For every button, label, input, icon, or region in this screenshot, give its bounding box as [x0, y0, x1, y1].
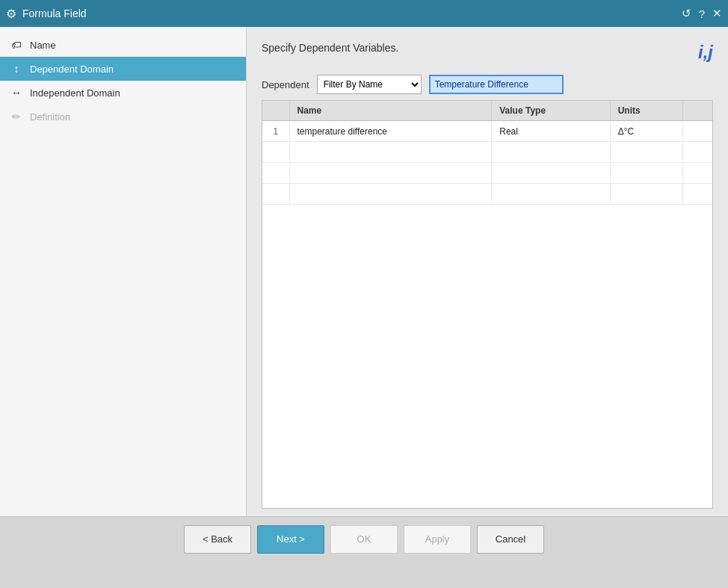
filter-row: Dependent Filter By Name Filter By Value…	[262, 75, 713, 94]
row-num-1: 1	[262, 121, 289, 142]
ok-button[interactable]: OK	[330, 525, 398, 554]
dependent-table-container: Name Value Type Units 1 temperature diff…	[262, 100, 713, 509]
content-area: 🏷 Name ↕ Dependent Domain ↔ Independent …	[0, 27, 728, 516]
apply-button[interactable]: Apply	[404, 525, 471, 554]
row-num-2	[262, 142, 289, 163]
row-units-3	[610, 163, 683, 184]
refresh-icon[interactable]: ↺	[682, 7, 691, 20]
panel-header: Specify Dependent Variables. i,j	[262, 42, 713, 63]
table-header-row: Name Value Type Units	[262, 101, 712, 121]
definition-icon: ✏	[9, 111, 24, 123]
row-extra-4	[683, 184, 712, 205]
col-name: Name	[289, 101, 492, 121]
right-panel: Specify Dependent Variables. i,j Depende…	[247, 27, 728, 516]
row-value-type-1: Real	[492, 121, 610, 142]
cancel-button[interactable]: Cancel	[477, 525, 544, 554]
row-units-2	[610, 142, 683, 163]
sidebar-item-definition-label: Definition	[30, 111, 70, 123]
row-extra-3	[683, 163, 712, 184]
col-extra	[683, 101, 712, 121]
row-value-type-4	[492, 184, 610, 205]
col-num	[262, 101, 289, 121]
app-icon: ⚙	[6, 7, 16, 21]
table-row	[262, 163, 712, 184]
col-value-type: Value Type	[492, 101, 610, 121]
title-bar-title: Formula Field	[22, 7, 676, 19]
sidebar: 🏷 Name ↕ Dependent Domain ↔ Independent …	[0, 27, 247, 516]
close-icon[interactable]: ✕	[712, 7, 722, 20]
sidebar-item-definition: ✏ Definition	[0, 105, 246, 129]
sidebar-item-name[interactable]: 🏷 Name	[0, 33, 246, 57]
dependent-domain-icon: ↕	[9, 63, 24, 75]
panel-title: Specify Dependent Variables.	[262, 42, 398, 54]
ij-icon: i,j	[698, 42, 713, 63]
row-extra-2	[683, 142, 712, 163]
table-row	[262, 184, 712, 205]
row-name-4	[289, 184, 492, 205]
back-button[interactable]: < Back	[184, 525, 251, 554]
name-icon: 🏷	[9, 39, 24, 51]
row-num-4	[262, 184, 289, 205]
row-name-3	[289, 163, 492, 184]
title-bar-controls: ↺ ? ✕	[682, 7, 722, 20]
independent-domain-icon: ↔	[9, 87, 24, 99]
row-value-type-2	[492, 142, 610, 163]
sidebar-item-independent-label: Independent Domain	[30, 87, 120, 99]
row-name-1: temperature difference	[289, 121, 492, 142]
table-row: 1 temperature difference Real Δ°C	[262, 121, 712, 142]
dependent-table: Name Value Type Units 1 temperature diff…	[262, 101, 712, 205]
row-extra-1	[683, 121, 712, 142]
sidebar-item-dependent-domain[interactable]: ↕ Dependent Domain	[0, 57, 246, 81]
row-name-2	[289, 142, 492, 163]
row-value-type-3	[492, 163, 610, 184]
row-units-1: Δ°C	[610, 121, 683, 142]
bottom-bar: < Back Next > OK Apply Cancel	[0, 516, 728, 561]
row-units-4	[610, 184, 683, 205]
row-num-3	[262, 163, 289, 184]
sidebar-item-independent-domain[interactable]: ↔ Independent Domain	[0, 81, 246, 105]
dependent-label: Dependent	[262, 79, 309, 90]
table-row	[262, 142, 712, 163]
title-bar: ⚙ Formula Field ↺ ? ✕	[0, 0, 728, 27]
help-icon[interactable]: ?	[699, 7, 705, 20]
col-units: Units	[610, 101, 683, 121]
sidebar-item-dependent-label: Dependent Domain	[30, 64, 114, 75]
next-button[interactable]: Next >	[257, 525, 324, 554]
sidebar-item-name-label: Name	[30, 40, 56, 51]
filter-by-select[interactable]: Filter By Name Filter By Value Type Filt…	[317, 75, 422, 94]
filter-name-input[interactable]	[429, 75, 564, 94]
